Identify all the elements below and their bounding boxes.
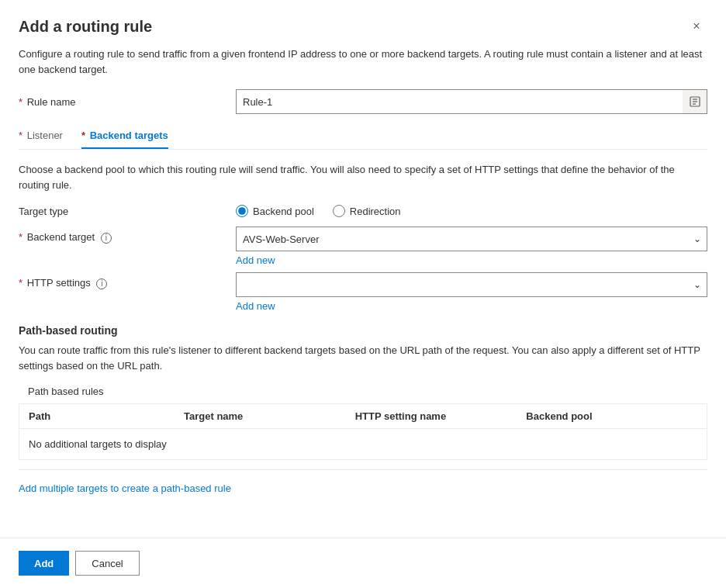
col-target-name: Target name — [184, 410, 355, 422]
col-path: Path — [29, 410, 184, 422]
target-type-row: Target type Backend pool Redirection — [19, 205, 707, 217]
dialog-description: Configure a routing rule to send traffic… — [19, 47, 707, 77]
dialog-header: Add a routing rule × — [0, 0, 726, 47]
backend-target-field-group: AVS-Web-Server ⌄ Add new — [236, 227, 707, 266]
path-routing-section: Path-based routing You can route traffic… — [19, 324, 707, 494]
col-http-setting: HTTP setting name — [355, 410, 527, 422]
path-routing-description: You can route traffic from this rule's l… — [19, 343, 707, 373]
table-header: Path Target name HTTP setting name Backe… — [19, 404, 707, 429]
backend-targets-content: Choose a backend pool to which this rout… — [19, 162, 707, 494]
http-settings-select[interactable] — [236, 272, 707, 297]
radio-backend-pool[interactable]: Backend pool — [236, 205, 314, 217]
radio-backend-pool-input[interactable] — [236, 205, 248, 217]
target-type-label: Target type — [19, 206, 236, 217]
path-rules-table: Path Target name HTTP setting name Backe… — [19, 403, 707, 460]
add-multiple-targets-link[interactable]: Add multiple targets to create a path-ba… — [19, 483, 231, 494]
dialog-body: Configure a routing rule to send traffic… — [0, 47, 726, 510]
rule-name-input-wrapper — [236, 89, 707, 114]
backend-target-select[interactable]: AVS-Web-Server — [236, 227, 707, 251]
add-routing-rule-dialog: Add a routing rule × Configure a routing… — [0, 0, 726, 588]
path-based-rules-label: Path based rules — [19, 386, 707, 397]
tab-backend-targets[interactable]: * Backend targets — [81, 123, 168, 149]
tab-listener[interactable]: * Listener — [19, 123, 63, 149]
radio-redirection[interactable]: Redirection — [333, 205, 401, 217]
tabs: * Listener * Backend targets — [19, 123, 707, 150]
radio-redirection-input[interactable] — [333, 205, 345, 217]
http-settings-row: * HTTP settings i ⌄ Add new — [19, 272, 707, 312]
http-settings-field-group: ⌄ Add new — [236, 272, 707, 312]
rule-name-icon — [683, 89, 707, 114]
backend-target-row: * Backend target i AVS-Web-Server ⌄ Add … — [19, 227, 707, 266]
close-button[interactable]: × — [686, 16, 707, 37]
rule-name-required-star: * — [19, 96, 22, 108]
backend-targets-description: Choose a backend pool to which this rout… — [19, 162, 707, 192]
backend-target-add-new-link[interactable]: Add new — [236, 254, 707, 266]
dialog-footer: Add Cancel — [0, 538, 726, 588]
rule-name-row: * Rule name — [19, 89, 707, 114]
backend-target-label: * Backend target i — [19, 227, 236, 244]
http-settings-add-new-link[interactable]: Add new — [236, 300, 707, 312]
table-body: No additional targets to display — [19, 429, 707, 459]
target-type-radio-group: Backend pool Redirection — [236, 205, 401, 217]
rule-name-label: * Rule name — [19, 96, 236, 108]
dialog-title: Add a routing rule — [19, 18, 152, 36]
backend-target-select-wrapper: AVS-Web-Server ⌄ — [236, 227, 707, 251]
http-settings-label: * HTTP settings i — [19, 272, 236, 289]
add-button[interactable]: Add — [19, 551, 69, 576]
no-data-message: No additional targets to display — [29, 438, 697, 450]
backend-target-info-icon: i — [101, 233, 112, 244]
rule-name-input[interactable] — [236, 89, 707, 114]
col-backend-pool: Backend pool — [526, 410, 697, 422]
cancel-button[interactable]: Cancel — [75, 551, 139, 576]
http-settings-info-icon: i — [96, 278, 107, 289]
http-settings-select-wrapper: ⌄ — [236, 272, 707, 297]
path-routing-title: Path-based routing — [19, 324, 707, 337]
table-divider — [19, 469, 707, 470]
